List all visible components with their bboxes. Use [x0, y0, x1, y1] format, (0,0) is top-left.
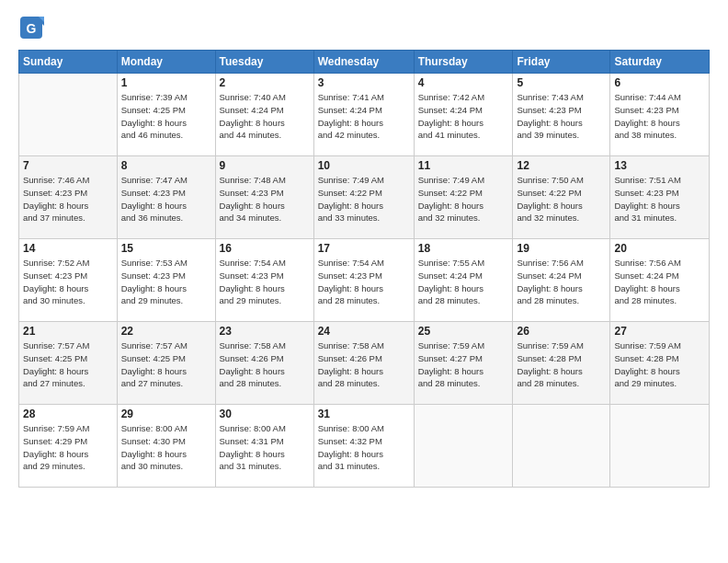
cell-line: Daylight: 8 hours: [121, 449, 187, 459]
cell-details: Sunrise: 7:54 AMSunset: 4:23 PMDaylight:…: [220, 257, 310, 307]
cell-line: Sunset: 4:25 PM: [23, 353, 87, 363]
cell-line: Sunrise: 7:47 AM: [121, 175, 188, 185]
calendar-cell: [19, 74, 118, 156]
day-number: 27: [614, 325, 705, 338]
cell-line: Sunset: 4:26 PM: [318, 353, 382, 363]
cell-line: Sunset: 4:23 PM: [517, 105, 581, 115]
week-row-3: 14Sunrise: 7:52 AMSunset: 4:23 PMDayligh…: [19, 239, 710, 322]
col-header-monday: Monday: [117, 51, 215, 74]
day-number: 13: [614, 159, 705, 172]
cell-line: and 32 minutes.: [517, 213, 579, 223]
cell-line: Sunrise: 7:42 AM: [418, 92, 484, 102]
day-number: 6: [614, 76, 705, 89]
calendar-cell: 15Sunrise: 7:53 AMSunset: 4:23 PMDayligh…: [117, 239, 215, 322]
cell-line: Sunrise: 7:59 AM: [418, 340, 484, 350]
cell-line: Sunrise: 7:49 AM: [318, 175, 384, 185]
day-number: 4: [418, 76, 509, 89]
col-header-wednesday: Wednesday: [313, 51, 414, 74]
cell-line: Daylight: 8 hours: [23, 449, 88, 459]
cell-line: Sunset: 4:22 PM: [318, 188, 382, 198]
header-row: SundayMondayTuesdayWednesdayThursdayFrid…: [19, 51, 710, 74]
cell-line: Sunrise: 7:46 AM: [23, 175, 89, 185]
cell-line: Daylight: 8 hours: [220, 366, 285, 376]
cell-line: Sunrise: 7:52 AM: [23, 258, 89, 268]
cell-line: and 27 minutes.: [23, 378, 85, 388]
calendar-cell: 7Sunrise: 7:46 AMSunset: 4:23 PMDaylight…: [19, 156, 118, 239]
cell-line: Daylight: 8 hours: [318, 366, 383, 376]
cell-line: Sunrise: 7:54 AM: [318, 258, 384, 268]
cell-line: Daylight: 8 hours: [418, 366, 483, 376]
cell-line: Sunset: 4:28 PM: [614, 353, 678, 363]
cell-line: and 28 minutes.: [517, 295, 579, 305]
cell-line: Sunset: 4:30 PM: [121, 436, 186, 446]
cell-line: Sunrise: 7:57 AM: [121, 340, 188, 350]
cell-details: Sunrise: 7:51 AMSunset: 4:23 PMDaylight:…: [614, 174, 705, 224]
cell-line: Sunrise: 8:00 AM: [318, 423, 384, 433]
cell-line: Daylight: 8 hours: [517, 201, 582, 211]
day-number: 15: [121, 242, 211, 255]
day-number: 8: [121, 159, 211, 172]
cell-line: and 28 minutes.: [418, 295, 481, 305]
cell-details: Sunrise: 8:00 AMSunset: 4:30 PMDaylight:…: [121, 422, 211, 473]
cell-line: Sunset: 4:27 PM: [418, 353, 483, 363]
cell-details: Sunrise: 7:40 AMSunset: 4:24 PMDaylight:…: [220, 91, 310, 142]
cell-details: Sunrise: 7:43 AMSunset: 4:23 PMDaylight:…: [517, 91, 606, 142]
calendar-cell: 29Sunrise: 8:00 AMSunset: 4:30 PMDayligh…: [117, 405, 215, 488]
day-number: 14: [23, 242, 113, 255]
calendar-cell: 17Sunrise: 7:54 AMSunset: 4:23 PMDayligh…: [313, 239, 414, 322]
cell-line: Daylight: 8 hours: [121, 201, 187, 211]
calendar-cell: 24Sunrise: 7:58 AMSunset: 4:26 PMDayligh…: [313, 322, 414, 405]
col-header-friday: Friday: [513, 51, 610, 74]
cell-line: and 46 minutes.: [121, 130, 184, 140]
calendar-cell: 6Sunrise: 7:44 AMSunset: 4:23 PMDaylight…: [610, 74, 710, 156]
cell-line: Sunset: 4:24 PM: [220, 105, 284, 115]
col-header-sunday: Sunday: [19, 51, 118, 74]
cell-details: Sunrise: 7:39 AMSunset: 4:25 PMDaylight:…: [121, 91, 211, 142]
cell-line: Sunrise: 7:44 AM: [614, 92, 680, 102]
cell-line: Sunset: 4:23 PM: [23, 188, 87, 198]
cell-details: Sunrise: 7:59 AMSunset: 4:28 PMDaylight:…: [614, 339, 705, 390]
day-number: 2: [220, 76, 310, 89]
cell-details: Sunrise: 7:42 AMSunset: 4:24 PMDaylight:…: [418, 91, 509, 142]
cell-details: Sunrise: 7:54 AMSunset: 4:23 PMDaylight:…: [318, 257, 410, 307]
cell-line: Sunset: 4:24 PM: [418, 105, 483, 115]
calendar-cell: 10Sunrise: 7:49 AMSunset: 4:22 PMDayligh…: [313, 156, 414, 239]
day-number: 23: [220, 325, 310, 338]
cell-line: Daylight: 8 hours: [517, 118, 582, 128]
cell-line: Sunset: 4:23 PM: [614, 105, 678, 115]
cell-line: Sunset: 4:29 PM: [23, 436, 87, 446]
calendar-cell: 21Sunrise: 7:57 AMSunset: 4:25 PMDayligh…: [19, 322, 118, 405]
week-row-1: 1Sunrise: 7:39 AMSunset: 4:25 PMDaylight…: [19, 74, 710, 156]
calendar-cell: 18Sunrise: 7:55 AMSunset: 4:24 PMDayligh…: [414, 239, 513, 322]
day-number: 3: [318, 76, 410, 89]
cell-line: Daylight: 8 hours: [614, 366, 679, 376]
day-number: 20: [614, 242, 705, 255]
calendar-cell: [414, 405, 513, 488]
cell-line: and 29 minutes.: [121, 295, 184, 305]
calendar-cell: 23Sunrise: 7:58 AMSunset: 4:26 PMDayligh…: [215, 322, 313, 405]
cell-line: and 32 minutes.: [418, 213, 481, 223]
day-number: 31: [318, 408, 410, 420]
cell-line: Daylight: 8 hours: [121, 283, 187, 293]
cell-line: Sunset: 4:25 PM: [121, 105, 186, 115]
day-number: 30: [220, 408, 310, 420]
cell-line: Sunset: 4:23 PM: [220, 270, 284, 281]
cell-line: Daylight: 8 hours: [418, 283, 483, 293]
cell-details: Sunrise: 7:46 AMSunset: 4:23 PMDaylight:…: [23, 174, 113, 224]
col-header-tuesday: Tuesday: [215, 51, 313, 74]
cell-line: Sunset: 4:22 PM: [418, 188, 483, 198]
cell-line: Daylight: 8 hours: [318, 449, 383, 459]
cell-line: Sunset: 4:22 PM: [517, 188, 581, 198]
cell-line: Sunset: 4:23 PM: [23, 270, 87, 281]
col-header-saturday: Saturday: [610, 51, 710, 74]
cell-details: Sunrise: 7:44 AMSunset: 4:23 PMDaylight:…: [614, 91, 705, 142]
cell-line: Daylight: 8 hours: [121, 366, 187, 376]
cell-line: Sunset: 4:24 PM: [418, 270, 483, 281]
day-number: 5: [517, 76, 606, 89]
cell-line: Daylight: 8 hours: [418, 118, 483, 128]
cell-details: Sunrise: 7:55 AMSunset: 4:24 PMDaylight:…: [418, 257, 509, 307]
cell-line: and 29 minutes.: [23, 461, 85, 471]
day-number: 10: [318, 159, 410, 172]
calendar-cell: 20Sunrise: 7:56 AMSunset: 4:24 PMDayligh…: [610, 239, 710, 322]
cell-line: Sunset: 4:25 PM: [121, 353, 186, 363]
